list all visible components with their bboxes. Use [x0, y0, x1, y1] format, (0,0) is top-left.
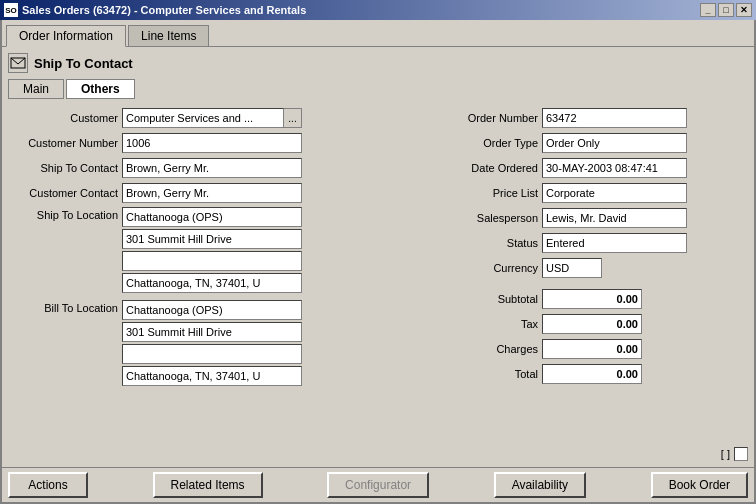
customer-row: Customer ... [8, 107, 438, 129]
bill-to-location-inputs [122, 300, 302, 386]
price-list-input[interactable] [542, 183, 687, 203]
total-label: Total [448, 368, 538, 380]
bill-addr2-input[interactable] [122, 344, 302, 364]
customer-contact-input[interactable] [122, 183, 302, 203]
ship-to-location-row: Ship To Location [8, 207, 438, 293]
order-type-label: Order Type [448, 137, 538, 149]
main-window: Order Information Line Items Ship To Con… [0, 20, 756, 504]
configurator-button: Configurator [327, 472, 429, 498]
ship-addr3-input[interactable] [122, 273, 302, 293]
window-title: Sales Orders (63472) - Computer Services… [22, 4, 306, 16]
status-row: Status [448, 232, 748, 254]
tab-order-information[interactable]: Order Information [6, 25, 126, 47]
ship-to-location-label: Ship To Location [8, 207, 118, 221]
date-ordered-input[interactable] [542, 158, 687, 178]
customer-number-row: Customer Number [8, 132, 438, 154]
related-items-button[interactable]: Related Items [153, 472, 263, 498]
customer-contact-row: Customer Contact [8, 182, 438, 204]
checkbox-brackets: [ ] [721, 448, 730, 460]
ship-to-contact-row: Ship To Contact [8, 157, 438, 179]
date-ordered-row: Date Ordered [448, 157, 748, 179]
customer-number-label: Customer Number [8, 137, 118, 149]
subtotal-label: Subtotal [448, 293, 538, 305]
currency-row: Currency [448, 257, 748, 279]
total-row: Total [448, 363, 748, 385]
checkbox[interactable] [734, 447, 748, 461]
ship-to-contact-input[interactable] [122, 158, 302, 178]
salesperson-label: Salesperson [448, 212, 538, 224]
currency-input[interactable] [542, 258, 602, 278]
top-tabs: Order Information Line Items [2, 20, 754, 46]
charges-row: Charges [448, 338, 748, 360]
tax-label: Tax [448, 318, 538, 330]
tab-line-items[interactable]: Line Items [128, 25, 209, 47]
close-button[interactable]: ✕ [736, 3, 752, 17]
total-input[interactable] [542, 364, 642, 384]
customer-btn[interactable]: ... [284, 108, 302, 128]
form-right: Order Number Order Type Date Ordered Pri… [448, 107, 748, 461]
order-number-input[interactable] [542, 108, 687, 128]
ship-addr1-input[interactable] [122, 229, 302, 249]
content-area: Ship To Contact Main Others Customer ... [2, 46, 754, 467]
title-bar: SO Sales Orders (63472) - Computer Servi… [0, 0, 756, 20]
customer-label: Customer [8, 112, 118, 124]
section-header: Ship To Contact [8, 53, 748, 73]
sub-tabs: Main Others [8, 79, 748, 99]
sub-tab-others[interactable]: Others [66, 79, 135, 99]
order-type-input[interactable] [542, 133, 687, 153]
bill-to-location-row: Bill To Location [8, 300, 438, 386]
minimize-button[interactable]: _ [700, 3, 716, 17]
salesperson-input[interactable] [542, 208, 687, 228]
availability-button[interactable]: Availability [494, 472, 586, 498]
status-input[interactable] [542, 233, 687, 253]
form-left: Customer ... Customer Number Ship To Con… [8, 107, 438, 461]
order-number-label: Order Number [448, 112, 538, 124]
bottom-bar: Actions Related Items Configurator Avail… [2, 467, 754, 502]
subtotal-row: Subtotal [448, 288, 748, 310]
currency-label: Currency [448, 262, 538, 274]
customer-input-group: ... [122, 108, 302, 128]
ship-to-location-inputs [122, 207, 302, 293]
order-type-row: Order Type [448, 132, 748, 154]
form-area: Customer ... Customer Number Ship To Con… [8, 107, 748, 461]
customer-number-input[interactable] [122, 133, 302, 153]
tax-input[interactable] [542, 314, 642, 334]
sub-tab-main[interactable]: Main [8, 79, 64, 99]
bill-to-location-label: Bill To Location [8, 300, 118, 314]
order-number-row: Order Number [448, 107, 748, 129]
actions-button[interactable]: Actions [8, 472, 88, 498]
customer-contact-label: Customer Contact [8, 187, 118, 199]
status-label: Status [448, 237, 538, 249]
ship-to-contact-label: Ship To Contact [8, 162, 118, 174]
charges-input[interactable] [542, 339, 642, 359]
ship-to-contact-icon [8, 53, 28, 73]
bill-location-input[interactable] [122, 300, 302, 320]
salesperson-row: Salesperson [448, 207, 748, 229]
customer-input[interactable] [122, 108, 284, 128]
price-list-row: Price List [448, 182, 748, 204]
price-list-label: Price List [448, 187, 538, 199]
app-icon: SO [4, 3, 18, 17]
charges-label: Charges [448, 343, 538, 355]
ship-location-input[interactable] [122, 207, 302, 227]
ship-addr2-input[interactable] [122, 251, 302, 271]
bill-addr3-input[interactable] [122, 366, 302, 386]
subtotal-input[interactable] [542, 289, 642, 309]
section-title: Ship To Contact [34, 56, 133, 71]
maximize-button[interactable]: □ [718, 3, 734, 17]
date-ordered-label: Date Ordered [448, 162, 538, 174]
book-order-button[interactable]: Book Order [651, 472, 748, 498]
bill-addr1-input[interactable] [122, 322, 302, 342]
window-controls: _ □ ✕ [700, 3, 752, 17]
tax-row: Tax [448, 313, 748, 335]
